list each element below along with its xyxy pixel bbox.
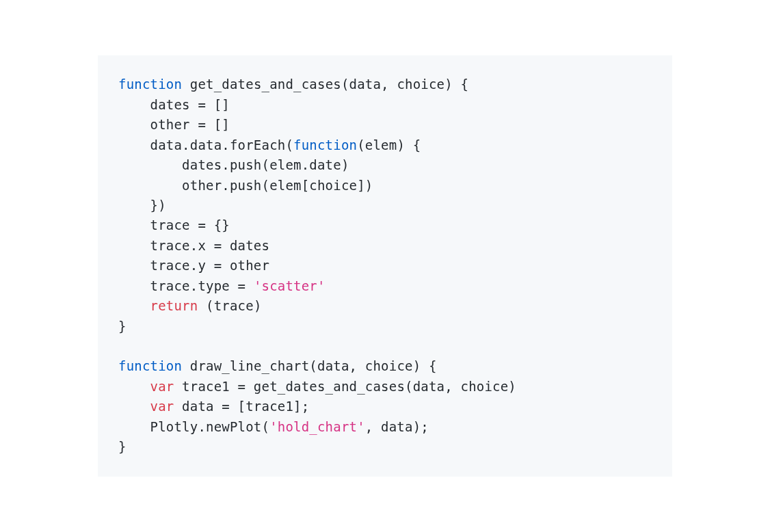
code-token (118, 379, 150, 394)
code-token: function (293, 137, 357, 152)
code-token: (trace) (198, 298, 261, 313)
code-token: 'hold_chart' (269, 419, 365, 434)
code-token: }) (118, 198, 166, 213)
code-token: return (150, 298, 198, 313)
code-line: } (118, 437, 652, 457)
code-token: draw_line_chart(data, choice) { (182, 358, 436, 373)
code-token: 'scatter' (254, 278, 326, 293)
code-line: }) (118, 196, 652, 215)
code-line: var trace1 = get_dates_and_cases(data, c… (118, 377, 652, 397)
code-line: } (118, 317, 652, 336)
code-token: (elem) { (357, 137, 421, 152)
code-token (118, 399, 150, 414)
code-line: dates = [] (118, 95, 652, 115)
code-token: dates.push(elem.date) (118, 157, 349, 172)
code-token: var (150, 379, 174, 394)
code-token: other.push(elem[choice]) (118, 178, 373, 193)
code-token: get_dates_and_cases(data, choice) { (182, 77, 468, 92)
code-token: trace.y = other (118, 258, 269, 273)
code-token: function (118, 358, 182, 373)
code-line: function draw_line_chart(data, choice) { (118, 356, 652, 376)
code-token: Plotly.newPlot( (118, 419, 269, 434)
code-line: trace = {} (118, 215, 652, 235)
code-line: data.data.forEach(function(elem) { (118, 135, 652, 155)
code-line: var data = [trace1]; (118, 397, 652, 416)
code-token: data.data.forEach( (118, 137, 293, 152)
code-token: other = [] (118, 117, 230, 132)
code-token: , data); (365, 419, 429, 434)
code-line: other = [] (118, 115, 652, 135)
code-line: dates.push(elem.date) (118, 155, 652, 175)
code-line: trace.type = 'scatter' (118, 276, 652, 296)
code-token: var (150, 399, 174, 414)
code-block: function get_dates_and_cases(data, choic… (98, 55, 672, 476)
code-token: trace.x = dates (118, 238, 269, 253)
code-token: } (118, 319, 127, 334)
code-token: trace = {} (118, 217, 230, 232)
code-token (118, 298, 150, 313)
code-line: trace.x = dates (118, 236, 652, 256)
code-token: } (118, 439, 127, 454)
code-token: dates = [] (118, 97, 230, 112)
code-token: trace.type = (118, 278, 254, 293)
code-line: Plotly.newPlot('hold_chart', data); (118, 417, 652, 437)
code-line: function get_dates_and_cases(data, choic… (118, 75, 652, 94)
code-line: return (trace) (118, 296, 652, 316)
code-line: other.push(elem[choice]) (118, 176, 652, 196)
code-line: trace.y = other (118, 256, 652, 276)
code-line (118, 336, 652, 356)
code-token: trace1 = get_dates_and_cases(data, choic… (174, 379, 516, 394)
code-token: function (118, 77, 182, 92)
code-token: data = [trace1]; (174, 399, 309, 414)
